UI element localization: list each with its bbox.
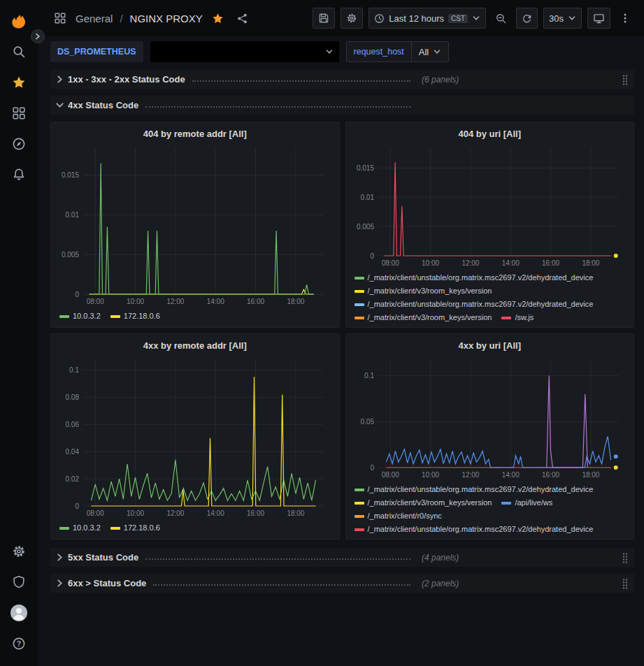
panel-title[interactable]: 4xx by uri [All] [352,338,629,354]
configuration-gear-icon[interactable] [5,536,33,567]
datasource-variable-label: DS_PROMETHEUS [50,41,143,62]
legend-item[interactable]: /_matrix/client/v3/room_keys/version [355,312,492,321]
legend-item[interactable]: 10.0.3.2 [59,523,101,533]
legend-item[interactable]: /_matrix/client/unstable/org.matrix.msc2… [355,524,594,533]
request-host-value: All [419,47,429,57]
dashboard-content: 1xx - 3xx - 2xx Status Code (6 panels) 4… [38,67,644,666]
svg-text:0: 0 [370,252,374,260]
zoom-out-time-icon[interactable] [492,8,510,29]
row-6xx[interactable]: 6xx > Status Code (2 panels) [50,574,634,593]
topbar-actions: Last 12 hours CST 30s [313,8,634,29]
refresh-button[interactable] [516,8,538,29]
legend-color-swatch [355,303,364,306]
svg-text:16:00: 16:00 [541,471,559,479]
legend-item[interactable]: /_matrix/client/unstable/org.matrix.msc2… [355,484,594,495]
panel-title[interactable]: 404 by remote addr [All] [57,126,334,142]
legend-item[interactable]: /api/live/ws [501,498,552,508]
svg-text:18:00: 18:00 [582,471,599,479]
breadcrumb-section[interactable]: General [76,13,113,24]
legend-item[interactable]: 172.18.0.6 [110,311,160,321]
dotted-leader [145,106,410,108]
sidebar-expand-button[interactable] [31,29,45,43]
legend-color-swatch [355,515,364,518]
panel-title[interactable]: 4xx by remote addr [All] [57,338,334,354]
svg-text:10:00: 10:00 [127,509,144,517]
row-4xx[interactable]: 4xx Status Code [50,96,634,115]
datasource-select[interactable] [150,41,339,62]
explore-compass-icon[interactable] [5,129,33,159]
legend-item[interactable]: /_matrix/client/v3/room_keys/version [355,286,492,296]
cycle-view-mode-button[interactable] [587,8,610,29]
dotted-leader [192,80,410,82]
dashboard-title[interactable]: NGINX PROXY [130,13,203,24]
user-avatar[interactable] [5,598,33,628]
svg-text:?: ? [17,640,21,648]
row-1xx-3xx-2xx[interactable]: 1xx - 3xx - 2xx Status Code (6 panels) [50,70,634,89]
legend-label: /sw.js [515,312,534,321]
row-drag-handle[interactable] [622,578,629,589]
legend-color-swatch [355,502,364,505]
time-series-chart[interactable]: 08:0010:0012:0014:0016:0018:0000.0050.01… [57,142,334,308]
row-drag-handle[interactable] [622,74,629,85]
panel-grid: 404 by remote addr [All] 08:0010:0012:00… [50,122,634,540]
time-series-chart[interactable]: 08:0010:0012:0014:0016:0018:0000.050.1 [352,354,629,482]
panel-404-by-remote-addr: 404 by remote addr [All] 08:0010:0012:00… [50,122,340,328]
svg-text:0.08: 0.08 [66,393,80,401]
svg-text:0.01: 0.01 [360,194,374,201]
refresh-interval-label: 30s [549,13,564,24]
legend-item[interactable]: 172.18.0.6 [110,523,160,533]
legend-color-swatch [355,277,364,280]
time-range-picker[interactable]: Last 12 hours CST [368,8,486,29]
legend-label: /_matrix/client/r0/sync [368,511,442,521]
legend-color-swatch [110,527,120,530]
legend-color-swatch [110,315,120,318]
svg-text:12:00: 12:00 [166,509,184,517]
starred-dashboards-icon[interactable] [5,67,33,98]
row-title: 1xx - 3xx - 2xx Status Code [68,74,185,85]
panel-4xx-by-uri: 4xx by uri [All] 08:0010:0012:0014:0016:… [345,333,635,540]
panel-title[interactable]: 404 by uri [All] [352,126,629,142]
svg-text:12:00: 12:00 [461,471,479,479]
alerting-bell-icon[interactable] [5,159,33,190]
legend-item[interactable]: 10.0.3.2 [59,311,101,321]
legend-item[interactable]: /_matrix/client/unstable/org.matrix.msc2… [355,273,594,283]
time-series-chart[interactable]: 08:0010:0012:0014:0016:0018:0000.0050.01… [352,142,629,270]
svg-text:0: 0 [75,502,79,510]
legend-color-swatch [501,502,511,505]
legend-item[interactable]: /_matrix/client/unstable/org.matrix.msc2… [355,299,594,310]
row-5xx[interactable]: 5xx Status Code (4 panels) [50,548,634,567]
kebab-menu-icon[interactable] [616,8,634,29]
refresh-interval-dropdown[interactable]: 30s [543,8,582,29]
request-host-select[interactable]: All [412,41,449,62]
legend-color-swatch [355,528,364,531]
svg-text:18:00: 18:00 [582,259,599,267]
svg-text:14:00: 14:00 [501,471,519,479]
share-icon[interactable] [233,8,252,29]
legend-item[interactable]: /_matrix/client/v3/room_keys/version [355,498,492,508]
svg-text:08:00: 08:00 [381,259,399,267]
search-icon[interactable] [5,36,33,67]
grafana-logo[interactable] [5,6,33,36]
svg-text:0.06: 0.06 [66,421,80,428]
timezone-badge: CST [448,14,468,23]
time-series-chart[interactable]: 08:0010:0012:0014:0016:0018:0000.020.040… [57,354,334,520]
save-icon [318,13,329,24]
legend-item[interactable]: /sw.js [501,312,534,321]
dotted-leader [153,584,410,586]
panel-legend: 10.0.3.2172.18.0.6 [57,308,334,321]
legend-label: /_matrix/client/v3/room_keys/version [368,498,492,508]
chevron-down-icon [56,101,64,109]
gear-icon [346,13,357,24]
svg-text:0: 0 [75,291,79,298]
dashboard-settings-button[interactable] [341,8,363,29]
chevron-down-icon [433,48,441,56]
svg-text:14:00: 14:00 [207,509,224,517]
favorite-star-icon[interactable] [208,8,227,29]
row-drag-handle[interactable] [622,552,629,563]
server-admin-shield-icon[interactable] [5,567,33,598]
legend-item[interactable]: /_matrix/client/r0/sync [355,511,442,521]
save-dashboard-button[interactable] [313,8,335,29]
apps-grid-icon[interactable] [50,8,70,29]
help-icon[interactable]: ? [5,628,33,659]
dashboards-icon[interactable] [5,98,33,129]
